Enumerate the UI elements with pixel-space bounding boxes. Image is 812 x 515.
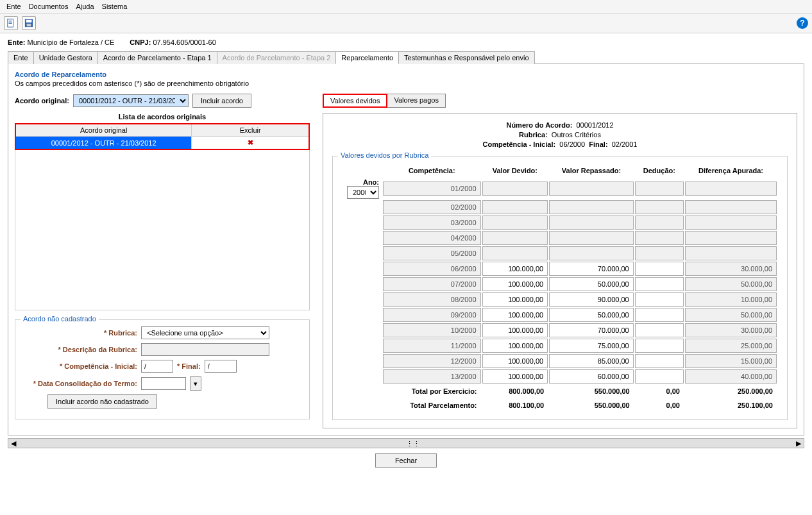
- cell-deducao[interactable]: [635, 277, 684, 291]
- cell-repassado[interactable]: 70.000,00: [549, 323, 634, 337]
- acordo-original-select[interactable]: 00001/2012 - OUTR - 21/03/2012: [73, 94, 189, 107]
- rubrica-select[interactable]: <Selecione uma opção>: [141, 326, 269, 339]
- cell-repassado[interactable]: 50.000,00: [549, 308, 634, 322]
- cell-deducao[interactable]: [635, 369, 684, 384]
- acordo-original-label: Acordo original:: [15, 97, 69, 105]
- cell-repassado[interactable]: 90.000,00: [549, 292, 634, 307]
- cell-diferenca: 50.000,00: [685, 277, 777, 291]
- total-parcelamento-dif: 250.100,00: [685, 399, 777, 412]
- subtab-valores-pagos[interactable]: Valores pagos: [387, 94, 446, 108]
- acordo-info: Número do Acordo: 00001/2012 Rubrica: Ou…: [332, 121, 788, 148]
- cell-diferenca: 30.000,00: [685, 323, 777, 337]
- tab-ente[interactable]: Ente: [8, 51, 34, 64]
- menu-ente[interactable]: Ente: [4, 1, 24, 12]
- cell-devido[interactable]: 100.000,00: [482, 323, 548, 337]
- total-exercicio-dif: 250.000,00: [685, 385, 777, 398]
- document-icon-button[interactable]: [4, 16, 18, 30]
- document-icon: [6, 19, 15, 28]
- cell-diferenca: 15.000,00: [685, 354, 777, 368]
- cell-repassado[interactable]: 85.000,00: [549, 354, 634, 368]
- valores-row: 07/2000100.000,0050.000,0050.000,00: [343, 277, 777, 291]
- svg-rect-3: [9, 23, 12, 24]
- fechar-button[interactable]: Fechar: [375, 453, 437, 468]
- incluir-nao-cadastrado-button[interactable]: Incluir acordo não cadastrado: [47, 394, 157, 409]
- numero-acordo-label: Número do Acordo:: [506, 121, 572, 129]
- cell-devido[interactable]: 100.000,00: [482, 277, 548, 291]
- cell-competencia: 10/2000: [383, 323, 481, 337]
- acordos-grid: Acordo original Excluir 00001/2012 - OUT…: [15, 123, 310, 150]
- total-exercicio-rep: 550.000,00: [549, 385, 634, 398]
- cell-devido[interactable]: 100.000,00: [482, 292, 548, 307]
- subtab-valores-devidos[interactable]: Valores devidos: [323, 94, 387, 108]
- cell-competencia: 06/2000: [383, 262, 481, 276]
- cell-devido[interactable]: 100.000,00: [482, 308, 548, 322]
- competencia-final-label: * Final:: [177, 362, 201, 370]
- col-deducao: Dedução:: [635, 164, 684, 177]
- section-title: Acordo de Reparcelamento: [15, 71, 797, 78]
- delete-icon: ✖: [248, 139, 253, 146]
- cell-repassado: [549, 200, 634, 214]
- menu-sistema[interactable]: Sistema: [99, 1, 130, 12]
- footer: Fechar: [0, 450, 812, 471]
- cell-devido[interactable]: 100.000,00: [482, 369, 548, 384]
- cell-diferenca: [685, 246, 777, 260]
- scroll-handle-icon[interactable]: ⋮⋮: [406, 440, 420, 448]
- scroll-right-icon[interactable]: ▶: [793, 439, 804, 448]
- cell-repassado[interactable]: 50.000,00: [549, 277, 634, 291]
- competencia-inicial-input[interactable]: [141, 360, 173, 373]
- cell-deducao[interactable]: [635, 292, 684, 307]
- cell-devido[interactable]: 100.000,00: [482, 262, 548, 276]
- nao-cadastrado-legend: Acordo não cadastrado: [21, 315, 99, 323]
- cell-deducao[interactable]: [635, 339, 684, 353]
- menu-ajuda[interactable]: Ajuda: [73, 1, 96, 12]
- cell-deducao[interactable]: [635, 323, 684, 337]
- valores-row: 04/2000: [343, 231, 777, 245]
- competencia-final-input[interactable]: [205, 360, 237, 373]
- cell-repassado[interactable]: 60.000,00: [549, 369, 634, 384]
- total-parcelamento-row: Total Parcelamento: 800.100,00 550.000,0…: [343, 399, 777, 412]
- tab-unidade-gestora[interactable]: Unidade Gestora: [33, 51, 98, 64]
- acordo-row-delete[interactable]: ✖: [192, 137, 309, 150]
- data-consolidacao-input[interactable]: [141, 377, 186, 390]
- valores-row: 03/2000: [343, 215, 777, 230]
- incluir-acordo-button[interactable]: Incluir acordo: [192, 94, 251, 108]
- toolbar: ?: [0, 13, 812, 33]
- cell-deducao[interactable]: [635, 354, 684, 368]
- ente-info-row: Ente: Município de Fortaleza / CE CNPJ: …: [0, 33, 812, 51]
- cell-diferenca: [685, 182, 777, 196]
- help-icon[interactable]: ?: [797, 17, 808, 29]
- descricao-rubrica-input[interactable]: [141, 343, 269, 356]
- cell-repassado[interactable]: 75.000,00: [549, 339, 634, 353]
- tab-reparcelamento[interactable]: Reparcelamento: [335, 51, 399, 64]
- tab-acordo-etapa1[interactable]: Acordo de Parcelamento - Etapa 1: [97, 51, 217, 64]
- valores-row: 06/2000100.000,0070.000,0030.000,00: [343, 262, 777, 276]
- cell-devido: [482, 215, 548, 230]
- cell-repassado: [549, 182, 634, 196]
- info-rubrica-value: Outros Critérios: [552, 131, 601, 139]
- cell-competencia: 08/2000: [383, 292, 481, 307]
- svg-rect-1: [9, 21, 12, 22]
- cell-competencia: 09/2000: [383, 308, 481, 322]
- ano-select[interactable]: 2000: [347, 186, 379, 199]
- cell-devido[interactable]: 100.000,00: [482, 339, 548, 353]
- numero-acordo-value: 00001/2012: [576, 121, 613, 129]
- horizontal-scrollbar[interactable]: ◀ ⋮⋮ ▶: [8, 438, 804, 448]
- cell-deducao: [635, 182, 684, 196]
- info-rubrica-label: Rubrica:: [519, 131, 548, 139]
- cell-devido: [482, 246, 548, 260]
- descricao-rubrica-label: * Descrição da Rubrica:: [22, 346, 137, 353]
- cell-devido[interactable]: 100.000,00: [482, 354, 548, 368]
- save-icon-button[interactable]: [22, 16, 36, 30]
- cell-deducao[interactable]: [635, 308, 684, 322]
- menu-documentos[interactable]: Documentos: [26, 1, 71, 12]
- cell-competencia: 02/2000: [383, 200, 481, 214]
- cnpj-label: CNPJ:: [130, 38, 151, 46]
- cell-deducao[interactable]: [635, 262, 684, 276]
- cell-repassado[interactable]: 70.000,00: [549, 262, 634, 276]
- tab-testemunhas[interactable]: Testemunhas e Responsável pelo envio: [398, 51, 534, 64]
- scroll-left-icon[interactable]: ◀: [8, 439, 19, 448]
- data-consolidacao-label: * Data Consolidação do Termo:: [22, 380, 137, 387]
- acordo-row[interactable]: 00001/2012 - OUTR - 21/03/2012 ✖: [15, 137, 309, 150]
- data-consolidacao-picker[interactable]: ▾: [190, 376, 201, 391]
- acordo-row-value: 00001/2012 - OUTR - 21/03/2012: [15, 137, 192, 150]
